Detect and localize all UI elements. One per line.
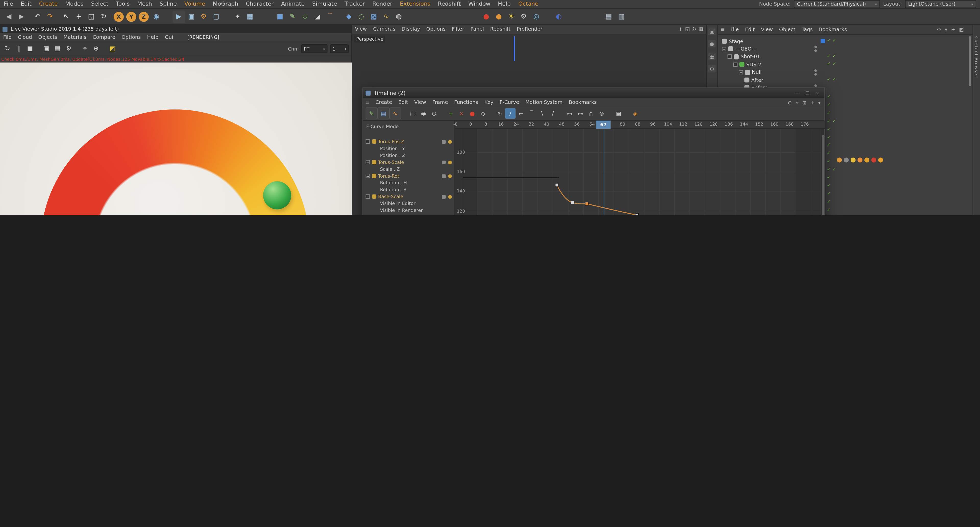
viewport-camera-label[interactable]: Perspective xyxy=(355,36,385,43)
coordinate-system-icon[interactable]: ◉ xyxy=(150,10,162,23)
track-dot-icon[interactable] xyxy=(448,174,452,178)
menu-modes[interactable]: Modes xyxy=(62,0,87,8)
enabled-check-icon[interactable]: ✓ xyxy=(827,192,830,196)
object-row[interactable]: −Null xyxy=(739,68,762,76)
current-frame-marker[interactable]: 67 xyxy=(596,121,611,129)
texture-tag-icon[interactable] xyxy=(837,158,842,162)
scale-tool-icon[interactable]: ◱ xyxy=(85,10,97,23)
tl-tangent-linear-icon[interactable]: / xyxy=(505,108,516,119)
menu-edit[interactable]: Edit xyxy=(17,0,35,8)
enabled-check-icon[interactable]: ✓ xyxy=(832,168,836,172)
workplane-icon[interactable]: ▦ xyxy=(244,10,256,23)
octane-objects-icon[interactable]: ◐ xyxy=(552,10,565,23)
track-param-position-z[interactable]: Position . Z xyxy=(363,152,455,159)
menu-extensions[interactable]: Extensions xyxy=(396,0,434,8)
object-row[interactable]: −---GEO--- xyxy=(722,45,757,53)
enabled-check-icon[interactable]: ✓ xyxy=(827,151,830,156)
enabled-check-icon[interactable]: ✓ xyxy=(827,127,830,132)
render-viewport[interactable]: Out-of-core used/max:0Kb/4GbGrey8/16: 0/… xyxy=(0,62,352,215)
tl-menu-create[interactable]: Create xyxy=(372,98,395,107)
tl-target-icon[interactable]: ⌖ xyxy=(796,98,799,107)
enabled-check-icon[interactable]: ✓ xyxy=(827,143,830,148)
vp-menu-prorender[interactable]: ProRender xyxy=(514,25,546,34)
tl-snap-icon[interactable]: ◉ xyxy=(418,108,429,119)
back-icon[interactable]: ◀ xyxy=(3,10,15,23)
track-group-base-scale[interactable]: −Base-Scale xyxy=(363,193,455,200)
expander-icon[interactable]: − xyxy=(728,55,732,59)
tl-bookmark-icon[interactable]: ◈ xyxy=(630,108,641,119)
tl-menu-edit[interactable]: Edit xyxy=(395,98,411,107)
tl-key-pointer-icon[interactable]: ✎ xyxy=(366,107,378,119)
lv-pause-icon[interactable]: ∥ xyxy=(13,43,24,54)
om-menu-view[interactable]: View xyxy=(758,25,776,35)
om-menu-bookmarks[interactable]: Bookmarks xyxy=(816,25,850,35)
menu-window[interactable]: Window xyxy=(465,0,494,8)
undo-icon[interactable]: ↶ xyxy=(31,10,44,23)
track-pencil-icon[interactable] xyxy=(442,140,445,143)
field-icon[interactable]: ◌ xyxy=(355,10,368,23)
enabled-check-icon[interactable]: ✓ xyxy=(827,184,830,188)
om-menu-object[interactable]: Object xyxy=(776,25,799,35)
expander-icon[interactable]: − xyxy=(722,47,726,51)
hair-icon[interactable]: ∿ xyxy=(380,10,393,23)
timeline-frame-ruler[interactable]: -808162432404856647280889610411212012813… xyxy=(455,121,825,129)
lv-menu-objects[interactable]: Objects xyxy=(35,33,60,41)
enabled-check-icon[interactable]: ✓ xyxy=(827,111,830,115)
vp-menu-view[interactable]: View xyxy=(352,25,370,34)
expander-icon[interactable]: − xyxy=(366,174,370,178)
texture-tag-icon[interactable] xyxy=(864,158,870,162)
mograph-cloner-icon[interactable]: ◆ xyxy=(342,10,355,23)
keyframe-handle[interactable] xyxy=(585,202,588,205)
tl-move-icon[interactable]: + xyxy=(810,98,815,107)
enabled-check-icon[interactable]: ✓ xyxy=(827,119,830,124)
visibility-dot-icon[interactable] xyxy=(815,46,817,48)
visibility-dot-icon[interactable] xyxy=(815,73,817,76)
extrude-icon[interactable]: ◢ xyxy=(311,10,324,23)
track-param-visible-in-renderer[interactable]: Visible in Renderer xyxy=(363,207,455,214)
object-row[interactable]: −Shot-01 xyxy=(728,53,760,61)
tl-menu-bookmarks[interactable]: Bookmarks xyxy=(566,98,600,107)
simulation-icon[interactable]: ◍ xyxy=(393,10,405,23)
track-pencil-icon[interactable] xyxy=(442,195,445,199)
tl-record-icon[interactable]: ● xyxy=(467,108,477,119)
rotate-tool-icon[interactable]: ↻ xyxy=(97,10,110,23)
expander-icon[interactable]: − xyxy=(366,160,370,164)
lv-menu-options[interactable]: Options xyxy=(118,33,144,41)
tl-auto-tangent-icon[interactable]: ⊜ xyxy=(596,108,607,119)
interactive-render-region-icon[interactable]: ▢ xyxy=(210,10,223,23)
menu-icon[interactable]: ≡ xyxy=(363,100,372,105)
octane-material-icon[interactable]: ● xyxy=(493,10,505,23)
tl-fcurve-mode-icon[interactable]: ∿ xyxy=(390,107,401,119)
octane-settings-icon[interactable]: ⚙ xyxy=(517,10,530,23)
tl-grid-icon[interactable]: ⊞ xyxy=(802,98,806,107)
vp-rotate-icon[interactable]: ↻ xyxy=(692,25,697,34)
om-search-icon[interactable]: ⊙ xyxy=(937,25,941,35)
object-row[interactable]: −SDS.2 xyxy=(733,61,761,68)
tl-snapshot-icon[interactable]: ▣ xyxy=(613,108,624,119)
panel-camera-icon[interactable]: ▣ xyxy=(708,27,716,35)
menu-render[interactable]: Render xyxy=(369,0,396,8)
timeline-titlebar[interactable]: Timeline (2) xyxy=(363,88,824,98)
menu-create[interactable]: Create xyxy=(35,0,62,8)
lv-menu-compare[interactable]: Compare xyxy=(89,33,118,41)
tl-break-tangent-icon[interactable]: ⋔ xyxy=(586,108,597,119)
close-icon[interactable]: × xyxy=(813,89,822,96)
tl-region-tool-icon[interactable]: ▢ xyxy=(407,108,418,119)
lv-focus-pick-icon[interactable]: ⌖ xyxy=(80,43,91,54)
menu-animate[interactable]: Animate xyxy=(277,0,309,8)
om-move-icon[interactable]: + xyxy=(951,25,955,35)
enabled-check-icon[interactable]: ✓ xyxy=(827,54,830,59)
vp-menu-cameras[interactable]: Cameras xyxy=(370,25,399,34)
object-row[interactable]: After xyxy=(745,76,763,84)
render-settings-icon[interactable]: ⚙ xyxy=(197,10,210,23)
track-group-torus-rot[interactable]: −Torus-Rot xyxy=(363,172,455,180)
layout-icon-1[interactable]: ▤ xyxy=(603,10,615,23)
tl-tangent-spline-icon[interactable]: ∿ xyxy=(494,108,505,119)
live-viewer-titlebar[interactable]: Live Viewer Studio 2019.1.4 (235 days le… xyxy=(0,25,351,34)
track-param-scale-z[interactable]: Scale . Z xyxy=(363,166,455,172)
keyframe-handle[interactable] xyxy=(555,183,558,186)
enabled-check-icon[interactable]: ✓ xyxy=(827,175,830,180)
cube-primitive-icon[interactable]: ■ xyxy=(274,10,286,23)
tl-frame-all-icon[interactable]: ⊙ xyxy=(429,108,439,119)
lv-stop-icon[interactable]: ■ xyxy=(24,43,36,54)
